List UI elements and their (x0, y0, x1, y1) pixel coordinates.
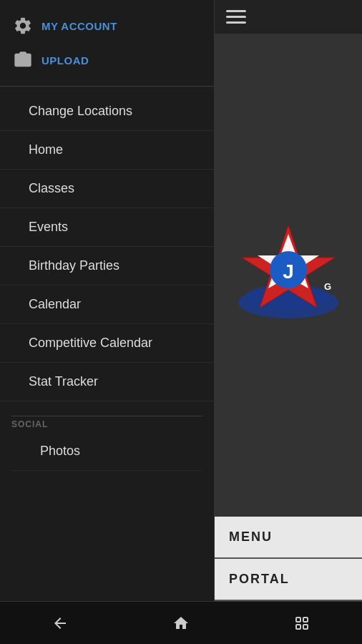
right-panel: J G MENU PORTAL (215, 0, 362, 601)
social-section: SOCIAL Photos (0, 404, 214, 474)
sidebar-header: MY ACCOUNT UPLOAD (0, 0, 214, 83)
sidebar-item-competitive-calendar[interactable]: Competitive Calendar (0, 324, 214, 363)
home-button[interactable] (160, 609, 202, 638)
sidebar-item-classes[interactable]: Classes (0, 170, 214, 208)
sidebar-top-divider (0, 86, 214, 87)
portal-button[interactable]: PORTAL (215, 559, 362, 601)
hamburger-line-3 (226, 21, 246, 24)
logo-area: J G (215, 34, 362, 517)
svg-rect-7 (296, 618, 300, 622)
nav-items: Change LocationsHomeClassesEventsBirthda… (0, 89, 214, 404)
logo-svg: J G (231, 218, 346, 333)
sidebar-item-home[interactable]: Home (0, 131, 214, 170)
svg-text:G: G (324, 281, 331, 292)
menu-button[interactable]: MENU (215, 517, 362, 559)
camera-icon (11, 49, 34, 72)
svg-text:J: J (283, 260, 294, 283)
hamburger-line-1 (226, 10, 246, 12)
sidebar: MY ACCOUNT UPLOAD Change LocationsHomeCl… (0, 0, 215, 601)
account-row[interactable]: MY ACCOUNT (11, 9, 202, 43)
social-label: SOCIAL (11, 419, 202, 429)
back-button[interactable] (39, 609, 82, 638)
hamburger-bar (215, 0, 362, 34)
svg-rect-8 (303, 618, 308, 622)
gear-icon (11, 14, 34, 37)
sidebar-item-stat-tracker[interactable]: Stat Tracker (0, 363, 214, 401)
sidebar-item-calendar[interactable]: Calendar (0, 286, 214, 324)
bottom-nav (0, 601, 362, 644)
sidebar-item-change-locations[interactable]: Change Locations (0, 92, 214, 131)
menu-button-area: MENU PORTAL (215, 517, 362, 601)
upload-link[interactable]: UPLOAD (41, 54, 89, 67)
hamburger-icon[interactable] (226, 10, 246, 24)
recents-button[interactable] (280, 609, 323, 638)
sidebar-social-photos[interactable]: Photos (11, 432, 202, 471)
sidebar-item-birthday-parties[interactable]: Birthday Parties (0, 247, 214, 286)
account-link[interactable]: MY ACCOUNT (41, 20, 117, 32)
social-divider (11, 416, 202, 416)
hamburger-line-2 (226, 16, 246, 18)
svg-rect-10 (303, 625, 308, 629)
upload-row[interactable]: UPLOAD (11, 43, 202, 77)
sidebar-item-events[interactable]: Events (0, 208, 214, 247)
svg-rect-9 (296, 625, 300, 629)
